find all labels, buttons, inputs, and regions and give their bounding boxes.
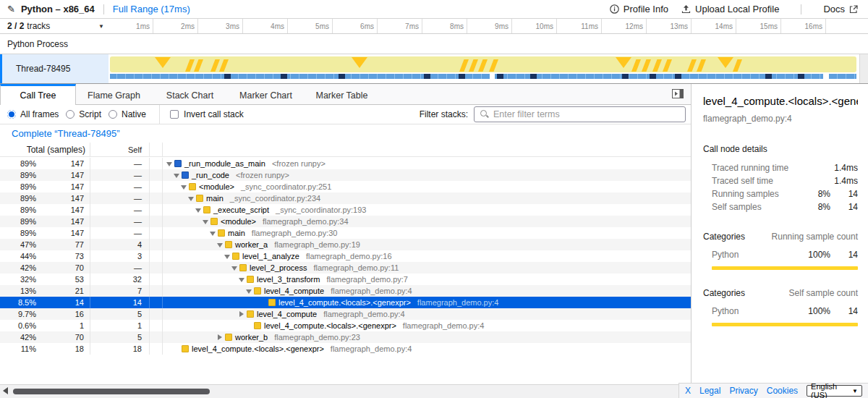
total-samples: 147 xyxy=(36,159,90,168)
icon-cell xyxy=(150,308,163,320)
footer-link-x[interactable]: X xyxy=(685,386,691,396)
twisty-icon[interactable] xyxy=(244,285,254,297)
total-samples: 73 xyxy=(36,252,90,261)
tab-marker-chart[interactable]: Marker Chart xyxy=(228,84,304,104)
language-select[interactable]: English (US) ▼ xyxy=(807,385,862,397)
tab-flame-graph[interactable]: Flame Graph xyxy=(76,84,152,104)
categories-label: Categories xyxy=(703,232,745,242)
total-cell: 8.5%14 xyxy=(0,297,90,308)
tree-cell: level_2_processflamegraph_demo.py:11 xyxy=(163,262,691,274)
filter-stacks-input[interactable] xyxy=(474,106,686,122)
table-row[interactable]: 32%5332level_3_transformflamegraph_demo.… xyxy=(0,274,691,285)
self-cell: — xyxy=(90,169,150,181)
table-row[interactable]: 9.7%165level_4_computeflamegraph_demo.py… xyxy=(0,308,691,320)
self-cell: 32 xyxy=(90,274,150,285)
function-location: flamegraph_demo.py:11 xyxy=(314,263,399,272)
twisty-icon[interactable] xyxy=(165,158,174,169)
footer-link-privacy[interactable]: Privacy xyxy=(729,386,757,396)
tree-cell: level_3_transformflamegraph_demo.py:7 xyxy=(163,274,691,285)
category-square-icon xyxy=(182,172,189,179)
twisty-icon[interactable] xyxy=(237,308,247,320)
function-name: level_4_compute xyxy=(264,287,324,295)
twisty-icon[interactable] xyxy=(187,192,196,204)
footer-link-cookies[interactable]: Cookies xyxy=(767,386,798,396)
self-cell: 1 xyxy=(90,320,150,331)
twisty-icon[interactable] xyxy=(194,204,203,216)
table-row[interactable]: 89%147—_execute_script_sync_coordinator.… xyxy=(0,204,691,216)
detail-row: Traced self time1.4ms xyxy=(703,174,858,187)
profile-info-button[interactable]: Profile Info xyxy=(610,4,668,14)
total-cell: 89%147 xyxy=(0,192,90,204)
tree-cell: level_4_compute.<locals>.<genexpr>flameg… xyxy=(163,297,691,308)
table-row[interactable]: 8.5%1414level_4_compute.<locals>.<genexp… xyxy=(0,297,691,308)
icon-cell xyxy=(150,343,163,355)
ruler-tick: 14ms xyxy=(692,19,736,33)
twisty-icon[interactable] xyxy=(237,274,247,285)
table-row[interactable]: 89%147—mainflamegraph_demo.py:30 xyxy=(0,227,691,239)
process-track-header[interactable]: Python Process xyxy=(0,34,868,54)
total-percent: 8.5% xyxy=(0,298,36,307)
category-header: CategoriesRunning sample count xyxy=(703,232,858,242)
radio-native[interactable]: Native xyxy=(109,109,146,119)
table-row[interactable]: 11%1818level_4_compute.<locals>.<genexpr… xyxy=(0,343,691,355)
tracks-dropdown[interactable]: 2 / 2 tracks ▼ xyxy=(0,19,109,33)
function-name: level_4_compute.<locals>.<genexpr> xyxy=(264,321,396,330)
twisty-icon[interactable] xyxy=(179,181,189,192)
function-name: level_2_process xyxy=(250,263,307,272)
table-row[interactable]: 13%217level_4_computeflamegraph_demo.py:… xyxy=(0,285,691,297)
ruler-tick: 10ms xyxy=(512,19,557,33)
table-row[interactable]: 89%147—<module>flamegraph_demo.py:34 xyxy=(0,216,691,227)
table-row[interactable]: 47%774worker_aflamegraph_demo.py:19 xyxy=(0,239,691,250)
total-samples: 147 xyxy=(36,194,90,203)
tab-marker-table[interactable]: Marker Table xyxy=(304,84,380,104)
invert-call-stack-checkbox[interactable]: Invert call stack xyxy=(170,109,244,119)
twisty-icon[interactable] xyxy=(201,216,210,227)
radio-all-frames[interactable]: All frames xyxy=(7,109,59,119)
total-samples: 18 xyxy=(36,344,90,353)
breadcrumb[interactable]: Complete “Thread-78495” xyxy=(12,128,120,139)
category-percent: 100% xyxy=(808,248,830,261)
total-cell: 13%21 xyxy=(0,285,90,297)
table-row[interactable]: 0.6%11level_4_compute.<locals>.<genexpr>… xyxy=(0,320,691,331)
footer-link-legal[interactable]: Legal xyxy=(699,386,720,396)
icon-cell xyxy=(150,204,163,216)
table-row[interactable]: 89%147—_run_code<frozen runpy> xyxy=(0,169,691,181)
total-cell: 11%18 xyxy=(0,343,90,355)
table-row[interactable]: 42%705worker_bflamegraph_demo.py:23 xyxy=(0,331,691,343)
tab-stack-chart[interactable]: Stack Chart xyxy=(152,84,228,104)
twisty-icon[interactable] xyxy=(216,331,225,343)
function-location: flamegraph_demo.py:34 xyxy=(263,217,349,226)
function-name: _run_module_as_main xyxy=(184,159,265,168)
tab-call-tree[interactable]: Call Tree xyxy=(0,84,76,105)
total-samples: 1 xyxy=(36,321,90,330)
docs-button[interactable]: Docs xyxy=(823,4,858,14)
sidebar-toggle-button[interactable] xyxy=(672,89,684,99)
table-row[interactable]: 89%147—_run_module_as_main<frozen runpy> xyxy=(0,158,691,169)
radio-script[interactable]: Script xyxy=(66,109,101,119)
table-row[interactable]: 42%70—level_2_processflamegraph_demo.py:… xyxy=(0,262,691,274)
twisty-icon[interactable] xyxy=(223,250,232,262)
function-location: flamegraph_demo.py:7 xyxy=(326,275,408,284)
track-scrollbar[interactable] xyxy=(859,54,868,83)
table-row[interactable]: 89%147—<module>_sync_coordinator.py:251 xyxy=(0,181,691,192)
table-row[interactable]: 89%147—main_sync_coordinator.py:234 xyxy=(0,192,691,204)
tree-cell: level_4_computeflamegraph_demo.py:4 xyxy=(163,308,691,320)
full-range-link[interactable]: Full Range (17ms) xyxy=(113,4,190,14)
scroll-left-arrow-icon[interactable] xyxy=(3,387,8,394)
icon-cell xyxy=(150,239,163,250)
category-square-icon xyxy=(182,345,189,352)
thread-track-label[interactable]: Thread-78495 xyxy=(0,54,109,83)
function-name: <module> xyxy=(221,217,256,226)
twisty-icon[interactable] xyxy=(216,239,225,250)
category-square-icon xyxy=(174,160,182,167)
table-row[interactable]: 44%733level_1_analyzeflamegraph_demo.py:… xyxy=(0,250,691,262)
ruler-tick: 15ms xyxy=(736,19,781,33)
twisty-icon[interactable] xyxy=(208,227,218,239)
function-name: level_1_analyze xyxy=(242,252,299,261)
twisty-icon[interactable] xyxy=(230,262,239,274)
thread-activity-graph[interactable] xyxy=(109,54,868,83)
upload-button[interactable]: Upload Local Profile xyxy=(681,4,779,14)
thread-track[interactable]: Thread-78495 xyxy=(0,54,868,84)
horizontal-scrollbar-thumb[interactable] xyxy=(13,389,210,394)
twisty-icon[interactable] xyxy=(172,169,182,181)
